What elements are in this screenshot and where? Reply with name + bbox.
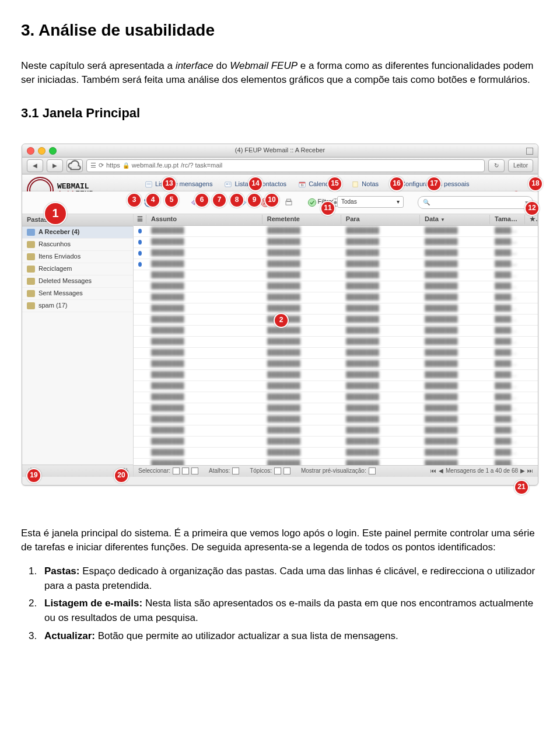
legend-list: Pastas: Espaço dedicado à organização da… (40, 564, 539, 643)
preview-toggle[interactable] (369, 467, 376, 474)
topics-button-b[interactable] (284, 467, 290, 474)
folder-icon (27, 266, 35, 273)
message-row[interactable]: ████████████████████████████████████████ (134, 414, 538, 425)
callout-badge: 5 (164, 193, 179, 208)
message-row[interactable]: ████████████████████████████████████████ (134, 348, 538, 359)
message-row[interactable]: ████████████████████████████████████████ (134, 237, 538, 248)
note-icon (351, 180, 359, 189)
svg-rect-0 (146, 181, 152, 187)
col-subject[interactable]: Assunto (146, 215, 262, 224)
browser-toolbar: ◀ ▶ ☰ ⟳ https 🔒 webmail.fe.up.pt/rc/? ta… (22, 158, 538, 174)
message-row[interactable]: ████████████████████████████████████████ (134, 459, 538, 465)
last-page-button[interactable]: ⏭ (527, 467, 533, 476)
annotated-screenshot: (4) FEUP Webmail :: A Receber ◀ ▶ ☰ ⟳ ht… (22, 144, 538, 486)
unread-dot-icon (138, 229, 142, 233)
callout-badge: 12 (524, 201, 540, 216)
topics-label: Tópicos: (250, 467, 272, 476)
message-row[interactable]: ████████████████████████████████████████ (134, 226, 538, 237)
search-icon: 🔍 (423, 198, 430, 207)
shortcut-button[interactable] (232, 467, 239, 474)
select-all-button[interactable] (173, 467, 180, 474)
callout-badge: 16 (389, 176, 404, 191)
message-row[interactable]: ████████████████████████████████████████ (134, 448, 538, 459)
filter-select[interactable]: Todas▾ (337, 196, 404, 208)
col-date[interactable]: Data ▼ (420, 215, 490, 224)
folder-item[interactable]: Sent Messages (22, 288, 133, 300)
fullscreen-icon[interactable] (526, 148, 533, 155)
message-row[interactable]: ████████████████████████████████████████ (134, 248, 538, 259)
folder-item[interactable]: A Receber (4) (22, 226, 133, 239)
reader-button[interactable]: Leitor (508, 159, 533, 172)
callout-badge: 9 (247, 193, 262, 208)
first-page-button[interactable]: ⏮ (430, 467, 436, 476)
callout-badge: 4 (145, 193, 160, 208)
folder-label: Sent Messages (38, 289, 83, 298)
list-footer: Seleccionar: Atalhos: Tópicos: Mostrar p… (134, 465, 538, 477)
print-button[interactable] (281, 195, 296, 210)
folder-label: Itens Enviados (38, 252, 80, 261)
legend-item: Listagem de e-mails: Nesta lista são apr… (40, 596, 539, 625)
col-size[interactable]: Tamanho (490, 215, 525, 224)
message-row[interactable]: ████████████████████████████████████████ (134, 437, 538, 448)
message-row[interactable]: ████████████████████████████████████████ (134, 270, 538, 281)
forward-button[interactable]: ▶ (47, 159, 63, 172)
reload-button[interactable]: ↻ (488, 159, 505, 172)
message-row[interactable]: ████████████████████████████████████████ (134, 315, 538, 326)
reload-icon: ⟳ (99, 161, 104, 170)
folder-item[interactable]: spam (17) (22, 300, 133, 312)
card-icon (224, 180, 232, 189)
message-row[interactable]: ████████████████████████████████████████ (134, 326, 538, 337)
back-button[interactable]: ◀ (27, 159, 43, 172)
folder-item[interactable]: Deleted Messages (22, 275, 133, 288)
select-none-button[interactable] (191, 467, 198, 474)
message-row[interactable]: ████████████████████████████████████████ (134, 392, 538, 403)
topics-button-a[interactable] (274, 467, 281, 474)
col-flag[interactable]: ☰ (134, 215, 146, 224)
folders-header: Pastas (22, 214, 133, 226)
folder-item[interactable]: Itens Enviados (22, 251, 133, 263)
callout-badge: 17 (426, 176, 442, 191)
folder-item[interactable]: Reciclagem (22, 263, 133, 275)
message-row[interactable]: ████████████████████████████████████████ (134, 381, 538, 392)
message-row[interactable]: ████████████████████████████████████████ (134, 303, 538, 315)
window-title: (4) FEUP Webmail :: A Receber (235, 146, 325, 155)
message-row[interactable]: ████████████████████████████████████████ (134, 281, 538, 292)
folder-icon (27, 241, 35, 248)
svg-rect-10 (353, 181, 358, 187)
close-icon[interactable] (27, 147, 34, 155)
folder-item[interactable]: Rascunhos (22, 239, 133, 251)
folder-icon (27, 229, 35, 236)
column-headers[interactable]: ☰ Assunto Remetente Para Data ▼ Tamanho … (134, 214, 538, 226)
callout-badge: 7 (212, 193, 227, 208)
browser-status-bar (22, 477, 538, 486)
minimize-icon[interactable] (38, 147, 46, 155)
folder-label: A Receber (4) (38, 228, 80, 237)
message-row[interactable]: ████████████████████████████████████████ (134, 337, 538, 348)
message-row[interactable]: ████████████████████████████████████████ (134, 359, 538, 370)
search-input[interactable]: 🔍 ▾ (418, 196, 533, 209)
tab-notes[interactable]: Notas (345, 178, 384, 191)
message-row[interactable]: ████████████████████████████████████████ (134, 292, 538, 303)
message-row[interactable]: ████████████████████████████████████████ (134, 259, 538, 270)
message-row[interactable]: ████████████████████████████████████████ (134, 370, 538, 381)
folder-sidebar: Pastas A Receber (4)RascunhosItens Envia… (22, 214, 134, 477)
message-row[interactable]: ████████████████████████████████████████ (134, 425, 538, 437)
callout-badge: 6 (194, 193, 209, 208)
folder-label: Reciclagem (38, 264, 72, 274)
svg-text:31: 31 (301, 184, 304, 187)
address-bar[interactable]: ☰ ⟳ https 🔒 webmail.fe.up.pt/rc/? task=m… (86, 159, 485, 172)
tab-messages[interactable]: Lista de mensagens (139, 178, 218, 191)
intro-paragraph: Neste capítulo será apresentada a interf… (21, 59, 539, 88)
message-row[interactable]: ████████████████████████████████████████ (134, 403, 538, 414)
svg-point-22 (308, 198, 316, 206)
next-page-button[interactable]: ▶ (520, 467, 525, 476)
col-sender[interactable]: Remetente (262, 215, 341, 224)
zoom-icon[interactable] (49, 147, 57, 155)
prev-page-button[interactable]: ◀ (439, 467, 443, 476)
svg-rect-8 (299, 182, 306, 183)
bookmark-icon: ☰ (90, 161, 96, 170)
icloud-tabs-icon[interactable] (66, 159, 83, 172)
col-star[interactable]: ★ (525, 215, 538, 224)
col-to[interactable]: Para (341, 215, 420, 224)
select-page-button[interactable] (182, 467, 189, 474)
